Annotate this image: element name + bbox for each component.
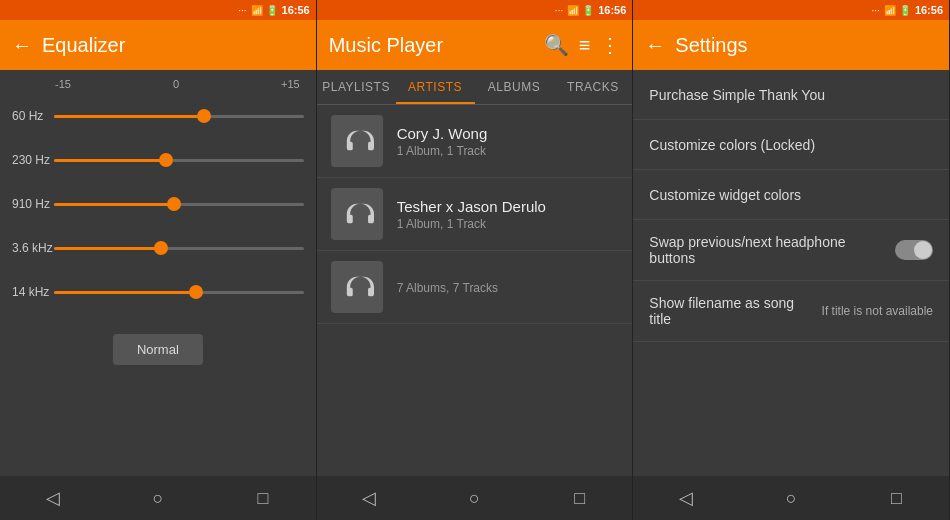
settings-list: Purchase Simple Thank You Customize colo… — [633, 70, 949, 476]
settings-text-2: Customize widget colors — [649, 187, 933, 203]
artist-sub-1: 1 Album, 1 Track — [397, 217, 619, 231]
time-st: 16:56 — [915, 4, 943, 16]
eq-slider-4[interactable] — [54, 291, 304, 294]
eq-sliders-container: 60 Hz 230 Hz 910 Hz 3.6 kHz 14 kHz — [0, 94, 316, 314]
app-bar-title-eq: Equalizer — [42, 34, 304, 57]
tab-albums[interactable]: ALBUMS — [475, 70, 554, 104]
nav-home-mp[interactable]: ○ — [455, 478, 495, 518]
app-bar-title-mp: Music Player — [329, 34, 534, 57]
time-eq: 16:56 — [282, 4, 310, 16]
eq-label-2: 910 Hz — [12, 197, 54, 211]
back-button-eq[interactable]: ← — [12, 34, 32, 57]
music-player-panel: ··· 📶 🔋 16:56 Music Player 🔍 ≡ ⋮ PLAYLIS… — [317, 0, 634, 520]
tab-artists[interactable]: ARTISTS — [396, 70, 475, 104]
eq-slider-1[interactable] — [54, 159, 304, 162]
eq-row-0: 60 Hz — [0, 94, 316, 138]
artist-info-0: Cory J. Wong 1 Album, 1 Track — [397, 125, 619, 158]
app-bar-mp: Music Player 🔍 ≡ ⋮ — [317, 20, 633, 70]
artist-avatar-2 — [331, 261, 383, 313]
eq-label-4: 14 kHz — [12, 285, 54, 299]
status-dots-eq: ··· — [238, 5, 246, 16]
status-dots-st: ··· — [872, 5, 880, 16]
nav-recents-mp[interactable]: □ — [560, 478, 600, 518]
settings-item-3[interactable]: Swap previous/next headphone buttons — [633, 220, 949, 281]
app-bar-title-st: Settings — [675, 34, 937, 57]
signal-icon-mp: 📶 — [567, 5, 579, 16]
headphones-icon-1 — [340, 197, 374, 231]
artist-sub-2: 7 Albums, 7 Tracks — [397, 281, 619, 295]
search-icon-mp[interactable]: 🔍 — [544, 33, 569, 57]
artist-name-0: Cory J. Wong — [397, 125, 619, 142]
eq-label-1: 230 Hz — [12, 153, 54, 167]
toggle-knob-3 — [914, 241, 932, 259]
nav-bar-mp: ◁ ○ □ — [317, 476, 633, 520]
filter-icon-mp[interactable]: ≡ — [579, 34, 591, 57]
nav-home-st[interactable]: ○ — [771, 478, 811, 518]
signal-icon-eq: 📶 — [251, 5, 263, 16]
status-bar-st: ··· 📶 🔋 16:56 — [633, 0, 949, 20]
settings-text-3: Swap previous/next headphone buttons — [649, 234, 895, 266]
time-mp: 16:56 — [598, 4, 626, 16]
artist-item-1[interactable]: Tesher x Jason Derulo 1 Album, 1 Track — [317, 178, 633, 251]
artist-item-2[interactable]: 7 Albums, 7 Tracks — [317, 251, 633, 324]
tabs-bar: PLAYLISTSARTISTSALBUMSTRACKS — [317, 70, 633, 105]
status-bar-mp: ··· 📶 🔋 16:56 — [317, 0, 633, 20]
tab-tracks[interactable]: TRACKS — [553, 70, 632, 104]
nav-bar-st: ◁ ○ □ — [633, 476, 949, 520]
eq-row-3: 3.6 kHz — [0, 226, 316, 270]
equalizer-panel: ··· 📶 🔋 16:56 ← Equalizer -15 0 +15 60 H… — [0, 0, 317, 520]
settings-item-0[interactable]: Purchase Simple Thank You — [633, 70, 949, 120]
artist-info-1: Tesher x Jason Derulo 1 Album, 1 Track — [397, 198, 619, 231]
battery-icon-st: 🔋 — [899, 5, 911, 16]
battery-icon-mp: 🔋 — [582, 5, 594, 16]
eq-row-2: 910 Hz — [0, 182, 316, 226]
nav-recents-eq[interactable]: □ — [243, 478, 283, 518]
app-bar-st: ← Settings — [633, 20, 949, 70]
back-button-st[interactable]: ← — [645, 34, 665, 57]
nav-recents-st[interactable]: □ — [876, 478, 916, 518]
settings-item-2[interactable]: Customize widget colors — [633, 170, 949, 220]
nav-back-mp[interactable]: ◁ — [349, 478, 389, 518]
toggle-3[interactable] — [895, 240, 933, 260]
settings-item-4[interactable]: Show filename as song title If title is … — [633, 281, 949, 342]
signal-icon-st: 📶 — [884, 5, 896, 16]
settings-panel: ··· 📶 🔋 16:56 ← Settings Purchase Simple… — [633, 0, 950, 520]
status-icons-mp: 📶 🔋 — [567, 5, 594, 16]
nav-back-eq[interactable]: ◁ — [33, 478, 73, 518]
eq-row-4: 14 kHz — [0, 270, 316, 314]
app-bar-eq: ← Equalizer — [0, 20, 316, 70]
more-icon-mp[interactable]: ⋮ — [600, 33, 620, 57]
eq-slider-0[interactable] — [54, 115, 304, 118]
settings-item-1[interactable]: Customize colors (Locked) — [633, 120, 949, 170]
nav-back-st[interactable]: ◁ — [666, 478, 706, 518]
status-dots-mp: ··· — [555, 5, 563, 16]
status-icons-eq: 📶 🔋 — [251, 5, 278, 16]
tab-playlists[interactable]: PLAYLISTS — [317, 70, 396, 104]
eq-preset-button[interactable]: Normal — [113, 334, 203, 365]
eq-preset-area: Normal — [0, 314, 316, 385]
artist-list: Cory J. Wong 1 Album, 1 Track Tesher x J… — [317, 105, 633, 476]
settings-text-0: Purchase Simple Thank You — [649, 87, 933, 103]
settings-content: Purchase Simple Thank You Customize colo… — [633, 70, 949, 476]
artist-name-1: Tesher x Jason Derulo — [397, 198, 619, 215]
artist-item-0[interactable]: Cory J. Wong 1 Album, 1 Track — [317, 105, 633, 178]
eq-scale-max: +15 — [281, 78, 300, 90]
eq-slider-2[interactable] — [54, 203, 304, 206]
battery-icon-eq: 🔋 — [266, 5, 278, 16]
eq-label-0: 60 Hz — [12, 109, 54, 123]
eq-row-1: 230 Hz — [0, 138, 316, 182]
headphones-icon-0 — [340, 124, 374, 158]
eq-scale: -15 0 +15 — [0, 70, 316, 94]
artist-avatar-0 — [331, 115, 383, 167]
nav-bar-eq: ◁ ○ □ — [0, 476, 316, 520]
status-icons-st: 📶 🔋 — [884, 5, 911, 16]
nav-home-eq[interactable]: ○ — [138, 478, 178, 518]
eq-slider-3[interactable] — [54, 247, 304, 250]
eq-label-3: 3.6 kHz — [12, 241, 54, 255]
mp-content: PLAYLISTSARTISTSALBUMSTRACKS Cory J. Won… — [317, 70, 633, 476]
settings-text-4: Show filename as song title — [649, 295, 813, 327]
eq-scale-min: -15 — [55, 78, 71, 90]
headphones-icon-2 — [340, 270, 374, 304]
settings-text-1: Customize colors (Locked) — [649, 137, 933, 153]
artist-avatar-1 — [331, 188, 383, 240]
